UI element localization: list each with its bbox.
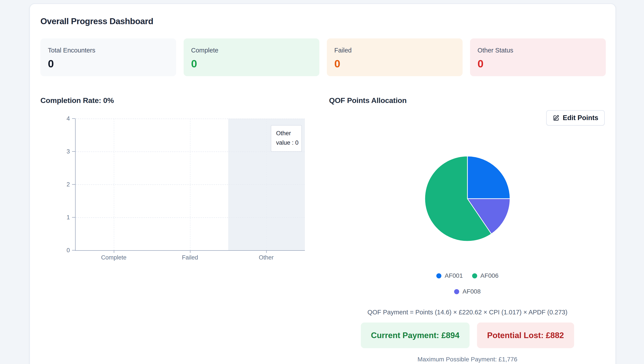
stat-card-other-status: Other Status 0: [470, 38, 606, 76]
legend-dot-af001: [436, 273, 441, 278]
max-payment-text: Maximum Possible Payment: £1,776: [418, 356, 517, 363]
stat-card-failed: Failed 0: [327, 38, 463, 76]
qof-points-title: QOF Points Allocation: [329, 96, 407, 105]
stat-value: 0: [191, 58, 312, 70]
completion-rate-title: Completion Rate: 0%: [41, 96, 114, 105]
legend-label: AF006: [480, 272, 499, 279]
stat-value: 0: [334, 58, 455, 70]
qof-payment-formula: QOF Payment = Points (14.6) × £220.62 × …: [367, 309, 567, 316]
tooltip-value: value : 0: [276, 138, 301, 148]
legend-dot-af008: [454, 289, 459, 294]
stat-card-complete: Complete 0: [184, 38, 319, 76]
gridline-v: [266, 118, 267, 250]
pie-slice-af001[interactable]: [467, 156, 510, 199]
y-axis-line: [75, 118, 76, 250]
gridline-v: [114, 118, 114, 250]
y-axis-label: 1: [59, 214, 70, 221]
x-axis-label-complete: Complete: [101, 254, 127, 261]
stat-label: Other Status: [477, 47, 598, 54]
stat-label: Failed: [334, 47, 455, 54]
x-tick: [190, 251, 190, 253]
pie-legend: AF001 AF006 AF008: [436, 273, 499, 294]
potential-lost-box: Potential Lost: £882: [477, 322, 574, 348]
x-tick: [266, 251, 267, 253]
stat-label: Total Encounters: [48, 47, 169, 54]
pie-chart-svg[interactable]: [424, 155, 511, 242]
stat-value: 0: [48, 58, 169, 70]
legend-item-af008[interactable]: AF008: [454, 288, 481, 294]
stat-label: Complete: [191, 47, 312, 54]
edit-points-button[interactable]: Edit Points: [546, 110, 605, 126]
legend-row: AF008: [454, 288, 481, 294]
legend-item-af001[interactable]: AF001: [436, 273, 463, 279]
edit-pencil-icon: [553, 114, 559, 122]
y-axis-label: 0: [59, 247, 70, 254]
y-tick: [72, 151, 75, 152]
y-axis-label: 2: [59, 181, 70, 188]
y-tick: [72, 184, 75, 185]
x-axis-label-failed: Failed: [182, 254, 198, 261]
current-payment-box: Current Payment: £894: [361, 322, 470, 348]
y-tick: [72, 250, 75, 250]
x-tick: [114, 251, 114, 253]
y-tick: [72, 217, 75, 218]
legend-row: AF001 AF006: [436, 273, 499, 279]
dashboard-card: Overall Progress Dashboard Total Encount…: [30, 4, 616, 364]
stats-row: Total Encounters 0 Complete 0 Failed 0 O…: [41, 38, 606, 76]
payment-summary: Current Payment: £894 Potential Lost: £8…: [361, 322, 574, 348]
tooltip-category: Other: [276, 129, 301, 138]
gridline-v: [190, 118, 190, 250]
y-axis-label: 3: [59, 148, 70, 155]
edit-points-label: Edit Points: [563, 114, 598, 122]
legend-item-af006[interactable]: AF006: [472, 273, 499, 279]
completion-rate-chart[interactable]: 4 3 2 1 0 Complete Failed Other Other va…: [76, 118, 305, 250]
y-tick: [72, 118, 75, 119]
x-axis-label-other: Other: [259, 254, 274, 261]
legend-label: AF008: [463, 288, 481, 295]
legend-dot-af006: [472, 273, 477, 278]
page-title: Overall Progress Dashboard: [41, 16, 153, 26]
stat-value: 0: [477, 58, 598, 70]
stat-card-total-encounters: Total Encounters 0: [41, 38, 176, 76]
y-axis-label: 4: [59, 115, 70, 122]
chart-tooltip: Other value : 0: [271, 125, 302, 152]
legend-label: AF001: [445, 272, 463, 279]
